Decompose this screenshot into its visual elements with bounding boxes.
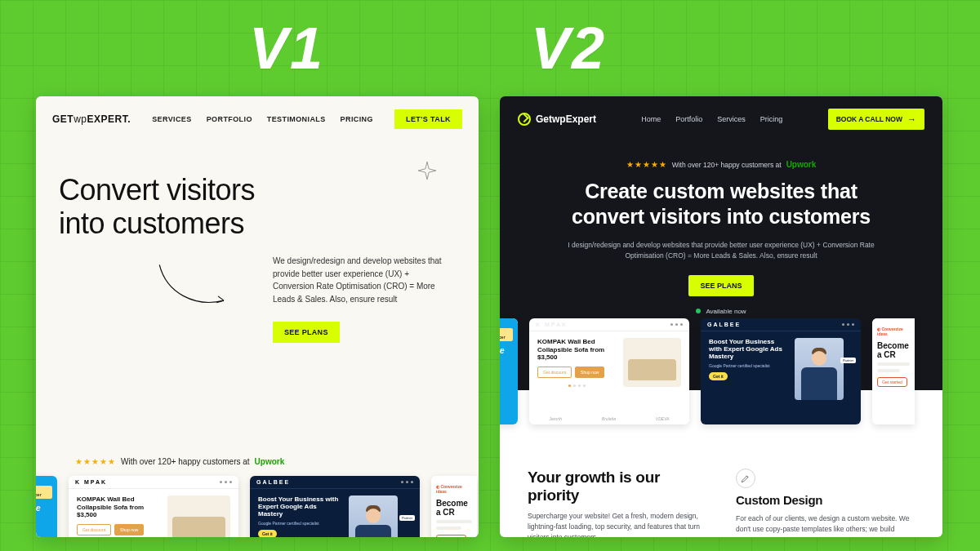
nav-portfolio[interactable]: PORTFOLIO xyxy=(207,115,252,123)
v1-rating: ★★★★★ With over 120+ happy customers at … xyxy=(75,457,284,466)
v2-portfolio-carousel[interactable]: Be a freelancerfitable K MPAK KOMPAK Wal… xyxy=(500,318,942,424)
v2-subtext: I design/redesign and develop websites t… xyxy=(566,240,876,262)
tile-btn: Shop now xyxy=(114,524,144,535)
feature-heading: Custom Design xyxy=(736,493,915,507)
stars-icon: ★★★★★ xyxy=(75,457,116,466)
book-call-button[interactable]: BOOK A CALL NOW → xyxy=(828,109,924,130)
portfolio-tile-conversize[interactable]: ◐ Converzize ideasBecome a CRGet started xyxy=(431,476,477,537)
tile-title: fitable xyxy=(36,504,52,513)
v2-rating: ★★★★★ With over 120+ happy customers at … xyxy=(500,160,942,169)
v1-hero: Convert visitors into customers We desig… xyxy=(36,132,479,241)
v2-logo[interactable]: GetwpExpert xyxy=(518,113,596,126)
status-dot-icon xyxy=(696,309,701,313)
arrow-right-icon: → xyxy=(907,114,916,124)
tile-title: Become a CR xyxy=(877,341,910,359)
v2-features: Your growth is our priority Supercharge … xyxy=(500,447,942,537)
tile-btn: Get discount xyxy=(537,367,572,378)
v1-logo[interactable]: GETwpEXPERT. xyxy=(52,113,131,125)
partner-tag: Partner xyxy=(840,358,856,363)
portfolio-tile-conversize[interactable]: ◐ Converzize ideasBecome a CRGet started xyxy=(872,318,915,424)
tile-title: Boost Your Business with Expert Google A… xyxy=(709,338,788,361)
feature-text: Supercharge your website! Get a fresh, m… xyxy=(528,511,706,537)
version-label-v1: V1 xyxy=(249,15,324,82)
upwork-brand: Upwork xyxy=(786,160,817,169)
tile-logo: ◐ Converzize ideas xyxy=(436,484,472,494)
v1-logo-part-a: GET xyxy=(52,113,74,125)
avatar-image xyxy=(795,338,844,400)
nav-services[interactable]: SERVICES xyxy=(152,115,192,123)
rating-text: With over 120+ happy customers at xyxy=(672,161,782,169)
tile-btn: Get started xyxy=(877,377,907,387)
arrow-icon xyxy=(150,261,240,322)
tile-brand: K MPAK xyxy=(75,479,107,485)
logo-mark-icon xyxy=(518,113,531,126)
v2-hero: ★★★★★ With over 120+ happy customers at … xyxy=(500,132,942,315)
comparison-canvas: V1 V2 GETwpEXPERT. SERVICES PORTFOLIO TE… xyxy=(0,0,980,551)
version-label-v2: V2 xyxy=(531,15,606,82)
feature-growth: Your growth is our priority Supercharge … xyxy=(528,469,706,537)
portfolio-tile-kompak[interactable]: K MPAK KOMPAK Wall Bed Collapsible Sofa … xyxy=(69,476,238,537)
v2-header: GetwpExpert Home Portfolio Services Pric… xyxy=(500,96,942,132)
pen-nib-icon xyxy=(736,469,755,488)
avatar-image xyxy=(349,495,398,537)
nav-pricing[interactable]: Pricing xyxy=(760,115,783,123)
v1-headline-line1: Convert visitors xyxy=(59,173,336,207)
stars-icon: ★★★★★ xyxy=(626,160,667,169)
v1-portfolio-carousel[interactable]: Be a freelancerfitable K MPAK KOMPAK Wal… xyxy=(36,476,479,537)
availability-badge: Available now xyxy=(500,308,942,315)
feature-heading: Your growth is our priority xyxy=(528,469,706,504)
portfolio-tile-galbee[interactable]: GALBEE Boost Your Business with Expert G… xyxy=(250,476,420,537)
upwork-brand: Upwork xyxy=(255,457,285,466)
v2-logo-text: GetwpExpert xyxy=(536,113,596,125)
nav-services[interactable]: Services xyxy=(717,115,746,123)
nav-home[interactable]: Home xyxy=(641,115,661,123)
portfolio-tile-profitable[interactable]: Be a freelancerfitable xyxy=(36,476,57,537)
v2-headline-line2: convert visitors into customers xyxy=(500,204,942,229)
v2-panel: GetwpExpert Home Portfolio Services Pric… xyxy=(500,96,942,537)
v2-nav: Home Portfolio Services Pricing xyxy=(641,115,782,123)
tile-mini: Google Partner certified specialist xyxy=(258,521,342,526)
cta-label: BOOK A CALL NOW xyxy=(836,115,902,123)
partner-tag: Partner xyxy=(399,515,415,521)
lets-talk-button[interactable]: LET'S TALK xyxy=(394,109,462,129)
see-plans-button[interactable]: SEE PLANS xyxy=(688,275,753,296)
tile-brand: GALBEE xyxy=(707,322,741,327)
sparkle-icon xyxy=(416,160,438,184)
tile-title: Become a CR xyxy=(436,499,472,517)
v2-headline-line1: Create custom websites that xyxy=(500,179,942,204)
tile-btn: Shop now xyxy=(575,367,604,378)
tile-title: KOMPAK Wall Bed Collapsible Sofa from $3… xyxy=(77,495,161,519)
brand-item: Bruletta xyxy=(602,416,616,421)
v1-headline-line2: into customers xyxy=(59,207,336,240)
tile-logo: ◐ Converzize ideas xyxy=(877,327,910,336)
v1-logo-part-c: EXPERT. xyxy=(87,113,131,125)
tile-title: Boost Your Business with Expert Google A… xyxy=(258,495,342,518)
portfolio-tile-galbee[interactable]: GALBEE Boost Your Business with Expert G… xyxy=(701,318,861,424)
portfolio-tile-kompak[interactable]: K MPAK KOMPAK Wall Bed Collapsible Sofa … xyxy=(529,318,689,424)
v1-subtext: We design/redesign and develop websites … xyxy=(273,255,452,305)
v2-dark-hero: GetwpExpert Home Portfolio Services Pric… xyxy=(500,96,942,390)
portfolio-tile-profitable[interactable]: Be a freelancerfitable xyxy=(500,318,518,424)
tile-badge: Be a freelancer xyxy=(36,486,52,499)
v1-panel: GETwpEXPERT. SERVICES PORTFOLIO TESTIMON… xyxy=(36,96,479,537)
tile-pill: Get it xyxy=(258,530,277,537)
feature-text: For each of our clients, we design a cus… xyxy=(736,513,915,537)
nav-portfolio[interactable]: Portfolio xyxy=(675,115,702,123)
see-plans-button[interactable]: SEE PLANS xyxy=(273,322,340,343)
tile-brand: GALBEE xyxy=(256,479,290,485)
v1-header: GETwpEXPERT. SERVICES PORTFOLIO TESTIMON… xyxy=(36,96,479,132)
availability-text: Available now xyxy=(706,308,746,315)
v2-headline: Create custom websites that convert visi… xyxy=(500,179,942,230)
rating-text: With over 120+ happy customers at xyxy=(121,457,250,466)
v1-nav: SERVICES PORTFOLIO TESTIMONIALS PRICING xyxy=(152,115,373,123)
tile-btn: Get started xyxy=(436,535,466,537)
nav-testimonials[interactable]: TESTIMONIALS xyxy=(267,115,326,123)
brand-item: VDEVA xyxy=(656,416,670,421)
tile-brand: K MPAK xyxy=(536,322,568,327)
v1-logo-part-b: wp xyxy=(74,113,87,125)
tile-badge: Be a freelancer xyxy=(500,328,513,341)
brand-item: Jerorth xyxy=(549,416,562,421)
nav-pricing[interactable]: PRICING xyxy=(341,115,373,123)
tile-title: fitable xyxy=(500,346,513,355)
tile-title: KOMPAK Wall Bed Collapsible Sofa from $3… xyxy=(537,338,617,362)
